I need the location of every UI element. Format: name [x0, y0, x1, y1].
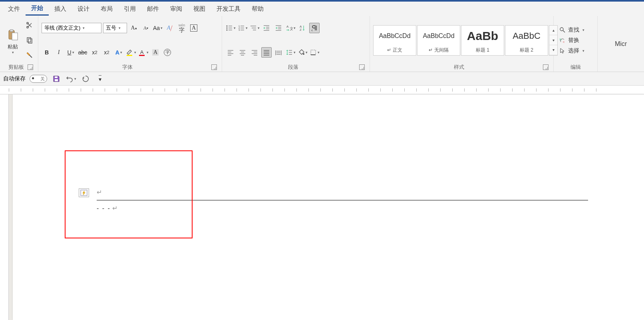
superscript-button[interactable]: x2 [101, 47, 112, 58]
tab-layout[interactable]: 布局 [95, 3, 118, 15]
align-justify-button[interactable] [261, 47, 272, 58]
change-case-button[interactable]: Aa▾ [153, 23, 163, 33]
cut-button[interactable] [24, 20, 35, 30]
align-center-button[interactable] [237, 47, 248, 58]
styles-launcher[interactable] [543, 64, 549, 70]
svg-point-14 [226, 30, 227, 31]
svg-text:A: A [286, 25, 289, 28]
svg-line-65 [563, 30, 565, 32]
multilevel-list-button[interactable]: ▾ [249, 23, 260, 33]
autosave-toggle[interactable]: 关 [30, 75, 47, 83]
ruler-tick [368, 88, 380, 92]
select-button[interactable]: 选择▾ [557, 46, 594, 55]
grow-font-button[interactable]: A▴ [129, 23, 139, 33]
style-normal[interactable]: AaBbCcDd ↵ 正文 [373, 25, 416, 56]
svg-rect-1 [10, 30, 13, 32]
numbering-button[interactable]: 123▾ [237, 23, 248, 33]
tab-design[interactable]: 设计 [72, 3, 95, 15]
asian-layout-button[interactable]: A文▾ [285, 23, 296, 33]
ruler-tick [248, 88, 260, 92]
clear-format-button[interactable]: A⧸ [165, 23, 175, 33]
replace-button[interactable]: bc 替换 [557, 36, 594, 45]
tab-developer[interactable]: 开发工具 [211, 3, 246, 15]
char-shading-button[interactable]: A [150, 47, 161, 58]
font-color-icon: A [138, 48, 146, 56]
ruler-tick [117, 88, 129, 92]
strikethrough-button[interactable]: abc [78, 47, 88, 58]
redo-button[interactable] [80, 74, 91, 84]
ruler-tick [237, 88, 248, 92]
format-painter-button[interactable] [24, 50, 35, 60]
ruler-tick [380, 88, 392, 92]
font-size-dropdown[interactable]: 五号▾ [103, 23, 127, 33]
lightning-icon [80, 190, 87, 196]
undo-button[interactable]: ▾ [66, 74, 76, 84]
borders-icon [310, 49, 317, 56]
enclose-char-button[interactable]: 字 [162, 47, 173, 58]
bullets-icon [226, 24, 233, 32]
svg-rect-6 [28, 39, 32, 43]
qat-customize-button[interactable]: ▾ [95, 74, 105, 84]
highlight-button[interactable]: ▾ [125, 47, 136, 58]
style-heading2[interactable]: AaBbC 标题 2 [505, 25, 548, 56]
tab-mailings[interactable]: 邮件 [141, 3, 165, 15]
tab-file[interactable]: 文件 [2, 3, 26, 15]
borders-button[interactable]: ▾ [309, 47, 320, 58]
find-button[interactable]: 查找▾ [557, 26, 594, 34]
increase-indent-button[interactable] [273, 23, 284, 33]
indent-icon [275, 24, 282, 32]
subscript-button[interactable]: x2 [89, 47, 100, 58]
style-nospacing[interactable]: AaBbCcDd ↵ 无间隔 [417, 25, 460, 56]
style-heading1[interactable]: AaBb 标题 1 [461, 25, 504, 56]
svg-text:文: 文 [290, 26, 293, 31]
autosave-label: 自动保存 [3, 75, 26, 82]
phonetic-guide-button[interactable]: wén字 [177, 23, 187, 33]
paste-label: 粘贴 [8, 43, 18, 50]
copy-button[interactable] [24, 35, 35, 45]
paragraph-launcher[interactable] [359, 64, 365, 70]
tab-help[interactable]: 帮助 [246, 3, 269, 15]
ruler-tick [105, 88, 117, 92]
decrease-indent-button[interactable] [261, 23, 272, 33]
document-page[interactable]: ↵ - - - ↵ [13, 94, 644, 320]
clipboard-launcher[interactable] [28, 64, 33, 70]
paragraph-mark-icon: ↵ [112, 205, 117, 212]
ruler-tick [356, 88, 368, 92]
ruler-tick [201, 88, 213, 92]
shrink-font-button[interactable]: A▾ [141, 23, 151, 33]
text-effects-button[interactable]: A▾ [113, 47, 124, 58]
search-icon [559, 27, 566, 33]
distribute-icon [275, 49, 282, 56]
tab-view[interactable]: 视图 [188, 3, 211, 15]
vertical-ruler[interactable] [0, 94, 9, 320]
ruler-tick [272, 88, 284, 92]
tab-review[interactable]: 审阅 [165, 3, 188, 15]
show-marks-button[interactable] [309, 23, 320, 33]
bold-button[interactable]: B [42, 47, 52, 58]
font-color-button[interactable]: A▾ [138, 47, 149, 58]
tab-home[interactable]: 开始 [26, 2, 49, 16]
ruler-tick [177, 88, 189, 92]
autocorrect-options-button[interactable] [79, 188, 89, 197]
horizontal-ruler[interactable]: // generated below via binding loop [0, 86, 644, 94]
align-left-button[interactable] [225, 47, 236, 58]
sort-button[interactable]: AZ [297, 23, 308, 33]
text-dashes: - - - [97, 205, 111, 212]
align-right-button[interactable] [249, 47, 260, 58]
font-launcher[interactable] [211, 64, 217, 70]
svg-point-61 [303, 53, 304, 55]
horizontal-line [97, 200, 588, 200]
char-border-button[interactable]: A [189, 23, 199, 33]
save-button[interactable] [51, 74, 62, 84]
underline-button[interactable]: U▾ [66, 47, 76, 58]
distribute-button[interactable] [273, 47, 284, 58]
ruler-tick [189, 88, 201, 92]
shading-button[interactable]: ▾ [297, 47, 308, 58]
italic-button[interactable]: I [54, 47, 64, 58]
paste-button[interactable]: 粘贴 ▾ [3, 18, 22, 63]
line-spacing-button[interactable]: ▾ [285, 47, 296, 58]
bullets-button[interactable]: ▾ [225, 23, 236, 33]
font-family-dropdown[interactable]: 等线 (西文正文)▾ [42, 23, 101, 33]
tab-insert[interactable]: 插入 [49, 3, 72, 15]
tab-references[interactable]: 引用 [118, 3, 141, 15]
